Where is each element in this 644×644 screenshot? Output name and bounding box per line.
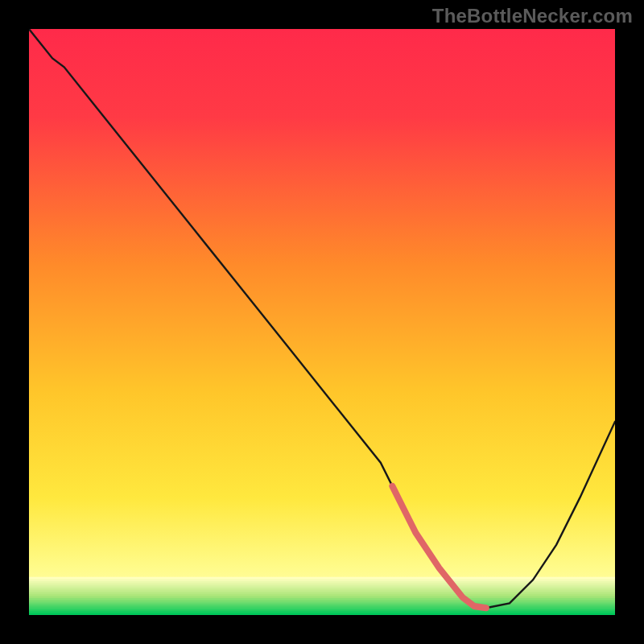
watermark-text: TheBottleNecker.com [432,5,633,27]
bottom-stripe-band [29,577,615,615]
chart-plot-area [29,29,615,615]
gradient-background [29,29,615,615]
chart-frame: TheBottleNecker.com [0,0,644,644]
chart-svg [29,29,615,615]
svg-rect-17 [29,613,615,615]
